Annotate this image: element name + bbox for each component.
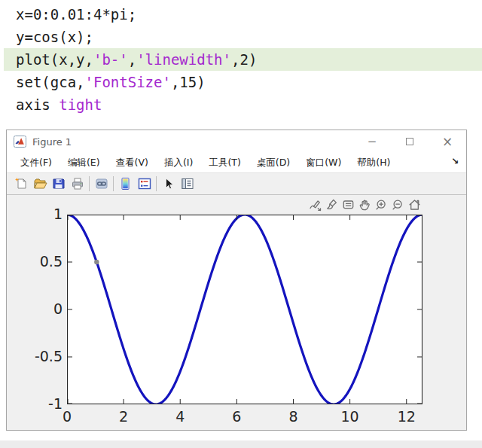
code-segment: 'FontSize' bbox=[85, 74, 171, 90]
insert-colorbar-icon bbox=[118, 176, 133, 191]
zoom-out-icon bbox=[391, 198, 405, 212]
axes-toolbar bbox=[307, 197, 423, 212]
code-segment: , bbox=[128, 51, 136, 68]
x-tick-label: 4 bbox=[157, 408, 203, 425]
code-segment: ,2) bbox=[231, 51, 257, 68]
y-tick-label: 0.5 bbox=[7, 253, 63, 270]
datatips-icon bbox=[341, 198, 355, 212]
dock-figure-icon[interactable]: ↘ bbox=[451, 156, 459, 166]
edit-plot-button[interactable] bbox=[159, 175, 178, 194]
menu-item-window[interactable]: 窗口(W) bbox=[298, 157, 349, 169]
title-bar[interactable]: Figure 1 − × bbox=[7, 130, 466, 153]
new-figure-button[interactable] bbox=[11, 175, 30, 194]
zoom-in-icon bbox=[374, 198, 389, 212]
menu-item-edit[interactable]: 编辑(E) bbox=[60, 157, 108, 169]
y-tick-label: 0 bbox=[7, 300, 63, 317]
insert-legend-icon bbox=[137, 176, 152, 191]
toolbar-separator bbox=[89, 176, 90, 191]
insert-legend-button[interactable] bbox=[135, 175, 154, 194]
y-tick-label: 1 bbox=[7, 206, 63, 222]
zoom-in-button[interactable] bbox=[374, 197, 389, 212]
open-file-icon bbox=[32, 176, 47, 191]
save-figure-icon bbox=[51, 176, 66, 191]
property-editor-button[interactable] bbox=[178, 175, 197, 194]
code-line-4: set(gca,'FontSize',15) bbox=[4, 71, 482, 93]
code-segment: plot(x,y, bbox=[16, 51, 93, 68]
menu-item-tools[interactable]: 工具(T) bbox=[201, 157, 249, 169]
code-segment: y=cos(x); bbox=[16, 29, 93, 45]
menu-item-insert[interactable]: 插入(I) bbox=[157, 157, 201, 169]
footer-band bbox=[0, 440, 482, 448]
code-editor: x=0:0.01:4*pi;y=cos(x);plot(x,y,'b-','li… bbox=[0, 3, 482, 116]
restore-view-home-button[interactable] bbox=[407, 197, 423, 212]
link-plot-button[interactable] bbox=[92, 175, 111, 194]
x-tick-label: 8 bbox=[270, 408, 316, 425]
insert-colorbar-button[interactable] bbox=[116, 175, 135, 194]
restore-view-home-icon bbox=[407, 198, 422, 212]
edit-plot-icon bbox=[161, 176, 176, 191]
export-button[interactable] bbox=[307, 197, 323, 212]
x-tick-label: 10 bbox=[328, 408, 373, 425]
pan-button[interactable] bbox=[357, 197, 373, 212]
code-segment: 'b-' bbox=[93, 51, 128, 68]
plot-axes[interactable] bbox=[67, 215, 423, 404]
brush-icon bbox=[325, 198, 339, 212]
menu-item-desktop[interactable]: 桌面(D) bbox=[249, 157, 298, 169]
menu-item-view[interactable]: 查看(V) bbox=[108, 157, 157, 169]
x-tick-label: 0 bbox=[44, 408, 90, 425]
code-segment: set(gca, bbox=[16, 74, 85, 90]
window-title: Figure 1 bbox=[32, 136, 72, 148]
print-figure-icon bbox=[70, 176, 85, 191]
code-line-3: plot(x,y,'b-','linewidth',2) bbox=[4, 48, 482, 71]
y-tick-label: -0.5 bbox=[7, 348, 63, 364]
pan-icon bbox=[358, 198, 372, 212]
print-figure-button[interactable] bbox=[68, 175, 87, 194]
code-line-2: y=cos(x); bbox=[4, 26, 482, 48]
close-button[interactable]: × bbox=[429, 130, 466, 153]
figure-window: Figure 1 − × 文件(F)编辑(E)查看(V)插入(I)工具(T)桌面… bbox=[6, 130, 467, 431]
menu-item-file[interactable]: 文件(F) bbox=[13, 157, 60, 169]
code-segment: 'linewidth' bbox=[136, 51, 231, 68]
code-line-5: axis tight bbox=[4, 93, 482, 116]
screenshot-page: x=0:0.01:4*pi;y=cos(x);plot(x,y,'b-','li… bbox=[0, 0, 482, 448]
code-segment: axis bbox=[16, 96, 59, 113]
save-figure-button[interactable] bbox=[49, 175, 68, 194]
toolbar-separator bbox=[113, 176, 114, 191]
code-segment: tight bbox=[59, 96, 102, 113]
code-segment: x=0:0.01:4*pi; bbox=[16, 6, 136, 23]
toolbar-separator bbox=[156, 176, 157, 191]
x-tick-label: 2 bbox=[101, 408, 146, 425]
new-figure-icon bbox=[14, 176, 29, 191]
code-line-1: x=0:0.01:4*pi; bbox=[4, 3, 482, 26]
link-plot-icon bbox=[94, 176, 109, 191]
window-controls: − × bbox=[353, 130, 466, 153]
x-tick-label: 12 bbox=[384, 408, 429, 425]
export-icon bbox=[308, 198, 322, 212]
zoom-out-button[interactable] bbox=[390, 197, 406, 212]
brush-button[interactable] bbox=[324, 197, 340, 212]
menu-item-help[interactable]: 帮助(H) bbox=[349, 157, 398, 169]
cosine-curve-plot bbox=[67, 215, 423, 404]
open-file-button[interactable] bbox=[30, 175, 49, 194]
x-tick-label: 6 bbox=[214, 408, 259, 425]
matlab-logo-icon bbox=[14, 136, 26, 148]
minimize-button[interactable]: − bbox=[353, 130, 391, 153]
figure-toolbar bbox=[7, 172, 466, 195]
maximize-button[interactable] bbox=[391, 130, 429, 153]
datatips-button[interactable] bbox=[340, 197, 356, 212]
maximize-icon bbox=[406, 138, 413, 145]
menu-bar: 文件(F)编辑(E)查看(V)插入(I)工具(T)桌面(D)窗口(W)帮助(H)… bbox=[7, 153, 466, 172]
figure-canvas: 10.50-0.5-1024681012 bbox=[7, 195, 466, 430]
property-editor-icon bbox=[180, 176, 195, 191]
code-segment: ,15) bbox=[171, 74, 206, 90]
